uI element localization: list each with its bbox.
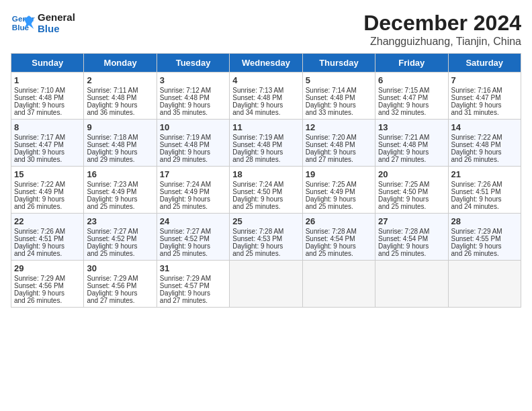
day-info: Daylight: 9 hours bbox=[232, 242, 299, 250]
calendar-cell: 28Sunrise: 7:29 AMSunset: 4:55 PMDayligh… bbox=[448, 214, 521, 261]
month-title: December 2024 bbox=[363, 11, 521, 36]
day-info: Sunset: 4:48 PM bbox=[306, 141, 372, 148]
calendar-cell: 29Sunrise: 7:29 AMSunset: 4:56 PMDayligh… bbox=[11, 261, 84, 308]
day-info: Sunrise: 7:19 AM bbox=[232, 134, 299, 141]
day-number: 24 bbox=[160, 216, 226, 226]
calendar-cell: 31Sunrise: 7:29 AMSunset: 4:57 PMDayligh… bbox=[157, 261, 229, 308]
calendar-table: SundayMondayTuesdayWednesdayThursdayFrid… bbox=[11, 53, 521, 308]
day-number: 23 bbox=[87, 216, 153, 226]
day-info: Daylight: 9 hours bbox=[378, 101, 445, 109]
day-info: and 25 minutes. bbox=[87, 250, 153, 257]
day-info: and 31 minutes. bbox=[451, 109, 518, 116]
calendar-cell: 30Sunrise: 7:29 AMSunset: 4:56 PMDayligh… bbox=[84, 261, 157, 308]
day-info: Sunrise: 7:18 AM bbox=[87, 134, 153, 141]
day-info: Daylight: 9 hours bbox=[14, 148, 81, 156]
logo: General Blue General Blue bbox=[11, 11, 75, 35]
day-number: 12 bbox=[306, 122, 372, 132]
day-info: Sunrise: 7:17 AM bbox=[14, 134, 81, 141]
day-info: Sunrise: 7:29 AM bbox=[87, 275, 153, 282]
day-info: Sunset: 4:57 PM bbox=[160, 282, 226, 289]
day-info: Sunset: 4:48 PM bbox=[232, 94, 299, 101]
day-info: and 25 minutes. bbox=[378, 203, 445, 210]
week-row-3: 15Sunrise: 7:22 AMSunset: 4:49 PMDayligh… bbox=[11, 167, 521, 214]
day-info: Sunrise: 7:23 AM bbox=[87, 181, 153, 188]
day-info: Daylight: 9 hours bbox=[160, 242, 226, 250]
day-info: Sunrise: 7:12 AM bbox=[160, 87, 226, 94]
day-info: Sunrise: 7:20 AM bbox=[306, 134, 372, 141]
day-number: 15 bbox=[14, 169, 81, 179]
day-info: Sunset: 4:52 PM bbox=[87, 235, 153, 242]
day-info: Daylight: 9 hours bbox=[14, 195, 81, 203]
calendar-cell: 6Sunrise: 7:15 AMSunset: 4:47 PMDaylight… bbox=[375, 73, 448, 120]
day-info: and 36 minutes. bbox=[87, 109, 153, 116]
day-info: and 37 minutes. bbox=[14, 109, 81, 116]
day-number: 3 bbox=[160, 75, 226, 85]
calendar-cell bbox=[230, 261, 302, 308]
day-number: 13 bbox=[378, 122, 445, 132]
day-info: Sunset: 4:56 PM bbox=[14, 282, 81, 289]
day-info: Sunset: 4:56 PM bbox=[87, 282, 153, 289]
day-info: Sunrise: 7:15 AM bbox=[378, 87, 445, 94]
day-info: and 34 minutes. bbox=[232, 109, 299, 116]
day-info: and 27 minutes. bbox=[87, 297, 153, 304]
day-info: Daylight: 9 hours bbox=[378, 242, 445, 250]
day-info: Sunrise: 7:28 AM bbox=[378, 228, 445, 235]
calendar-cell: 1Sunrise: 7:10 AMSunset: 4:48 PMDaylight… bbox=[11, 73, 84, 120]
day-info: Sunset: 4:53 PM bbox=[232, 235, 299, 242]
day-info: Sunset: 4:49 PM bbox=[14, 188, 81, 195]
day-info: Sunset: 4:48 PM bbox=[160, 94, 226, 101]
day-info: Sunrise: 7:21 AM bbox=[378, 134, 445, 141]
week-row-1: 1Sunrise: 7:10 AMSunset: 4:48 PMDaylight… bbox=[11, 73, 521, 120]
day-info: Sunrise: 7:14 AM bbox=[306, 87, 372, 94]
day-info: Daylight: 9 hours bbox=[232, 148, 299, 156]
day-info: Sunset: 4:50 PM bbox=[232, 188, 299, 195]
calendar-cell: 21Sunrise: 7:26 AMSunset: 4:51 PMDayligh… bbox=[448, 167, 521, 214]
day-number: 25 bbox=[232, 216, 299, 226]
day-info: Daylight: 9 hours bbox=[160, 148, 226, 156]
day-info: and 27 minutes. bbox=[378, 156, 445, 163]
day-number: 6 bbox=[378, 75, 445, 85]
day-number: 18 bbox=[232, 169, 299, 179]
day-number: 19 bbox=[306, 169, 372, 179]
calendar-cell: 13Sunrise: 7:21 AMSunset: 4:48 PMDayligh… bbox=[375, 120, 448, 167]
day-info: Sunset: 4:47 PM bbox=[14, 141, 81, 148]
day-info: and 25 minutes. bbox=[306, 250, 372, 257]
day-info: Daylight: 9 hours bbox=[378, 195, 445, 203]
day-info: Sunset: 4:49 PM bbox=[87, 188, 153, 195]
calendar-cell: 22Sunrise: 7:26 AMSunset: 4:51 PMDayligh… bbox=[11, 214, 84, 261]
day-number: 5 bbox=[306, 75, 372, 85]
calendar-cell: 5Sunrise: 7:14 AMSunset: 4:48 PMDaylight… bbox=[302, 73, 375, 120]
day-info: and 26 minutes. bbox=[14, 297, 81, 304]
day-info: Sunrise: 7:24 AM bbox=[160, 181, 226, 188]
day-info: Daylight: 9 hours bbox=[87, 101, 153, 109]
day-info: and 24 minutes. bbox=[14, 250, 81, 257]
day-number: 1 bbox=[14, 75, 81, 85]
day-info: Sunrise: 7:29 AM bbox=[14, 275, 81, 282]
day-info: Sunset: 4:47 PM bbox=[378, 94, 445, 101]
day-info: Sunrise: 7:25 AM bbox=[306, 181, 372, 188]
day-info: Sunrise: 7:19 AM bbox=[160, 134, 226, 141]
day-number: 14 bbox=[451, 122, 518, 132]
day-info: Sunrise: 7:29 AM bbox=[160, 275, 226, 282]
day-info: Daylight: 9 hours bbox=[451, 242, 518, 250]
day-info: Sunset: 4:48 PM bbox=[306, 94, 372, 101]
day-info: Daylight: 9 hours bbox=[306, 148, 372, 156]
day-number: 17 bbox=[160, 169, 226, 179]
day-info: Sunrise: 7:22 AM bbox=[14, 181, 81, 188]
logo-icon: General Blue bbox=[11, 11, 35, 35]
day-info: and 25 minutes. bbox=[378, 250, 445, 257]
week-row-2: 8Sunrise: 7:17 AMSunset: 4:47 PMDaylight… bbox=[11, 120, 521, 167]
calendar-cell: 10Sunrise: 7:19 AMSunset: 4:48 PMDayligh… bbox=[157, 120, 229, 167]
day-info: Daylight: 9 hours bbox=[14, 289, 81, 297]
calendar-cell: 20Sunrise: 7:25 AMSunset: 4:50 PMDayligh… bbox=[375, 167, 448, 214]
day-info: Sunset: 4:48 PM bbox=[87, 94, 153, 101]
day-number: 16 bbox=[87, 169, 153, 179]
calendar-cell: 3Sunrise: 7:12 AMSunset: 4:48 PMDaylight… bbox=[157, 73, 229, 120]
day-info: Sunrise: 7:22 AM bbox=[451, 134, 518, 141]
day-info: and 26 minutes. bbox=[451, 250, 518, 257]
header-day-sunday: Sunday bbox=[11, 54, 84, 73]
day-info: and 35 minutes. bbox=[160, 109, 226, 116]
day-info: Sunrise: 7:26 AM bbox=[451, 181, 518, 188]
day-info: Sunrise: 7:10 AM bbox=[14, 87, 81, 94]
day-info: Daylight: 9 hours bbox=[451, 148, 518, 156]
